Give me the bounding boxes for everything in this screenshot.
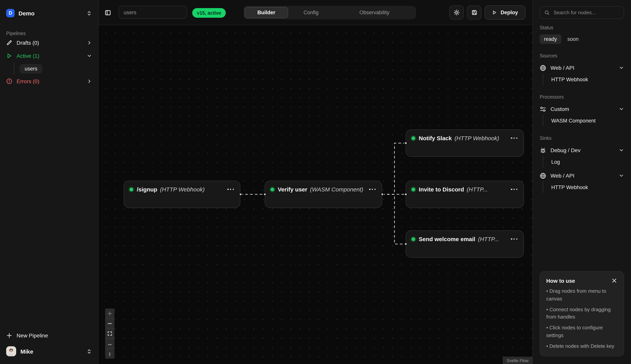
pencil-icon (6, 40, 12, 46)
handle-verify-in[interactable] (263, 192, 266, 196)
pipeline-name-input[interactable] (119, 6, 187, 19)
node-notify-slack[interactable]: Notify Slack (HTTP Webhook) (406, 130, 524, 157)
handle-verify-out[interactable] (380, 192, 384, 196)
tab-config[interactable]: Config (288, 7, 334, 18)
chevrons-up-down-icon (86, 348, 92, 354)
handle-notify-in[interactable] (404, 141, 408, 145)
palette-node-http-webhook-sink[interactable]: HTTP Webhook (551, 182, 624, 193)
node-type: (HTTP... (467, 186, 488, 192)
node-header: Send welcome email (HTTP... (412, 236, 518, 242)
search-icon (544, 10, 550, 15)
sinks-section-label: Sinks (540, 136, 624, 141)
node-menu-icon[interactable] (510, 136, 518, 140)
user-menu[interactable]: Mike (6, 342, 92, 360)
node-verify-user[interactable]: Verify user (WASM Component) (265, 181, 382, 208)
chevron-down-icon (87, 53, 92, 58)
close-icon[interactable] (611, 278, 618, 284)
processors-section-label: Processors (540, 94, 624, 100)
group-web-api-sinks[interactable]: Web / API (540, 170, 624, 182)
zoom-in-button[interactable] (105, 308, 114, 318)
globe-icon (540, 172, 546, 179)
node-title: Send welcome email (419, 236, 475, 242)
help-bullet: Click nodes to configure settings (546, 324, 618, 339)
chevron-right-icon (87, 78, 92, 84)
zoom-out-button[interactable] (105, 318, 114, 328)
toggle-sidebar-button[interactable] (102, 7, 113, 18)
tab-builder[interactable]: Builder (244, 7, 288, 18)
pipelines-section-label: Pipelines (6, 31, 92, 36)
drafts-label: Drafts (0) (16, 40, 39, 46)
tab-observability[interactable]: Observability (334, 7, 415, 18)
node-menu-icon[interactable] (368, 187, 376, 192)
settings-button[interactable] (449, 6, 464, 20)
node-signup[interactable]: /signup (HTTP Webhook) (124, 181, 240, 208)
node-type: (WASM Component) (310, 186, 363, 192)
group-web-api-sources[interactable]: Web / API (540, 62, 624, 74)
deploy-button[interactable]: Deploy (484, 6, 526, 20)
palette-node-log[interactable]: Log (551, 156, 624, 168)
group-debug-dev[interactable]: Debug / Dev (540, 144, 624, 156)
sidebar-item-drafts[interactable]: Drafts (0) (6, 36, 92, 49)
arrows-vertical-icon: ↕ (108, 350, 111, 357)
fit-view-icon (108, 331, 112, 336)
handle-signup-out[interactable] (239, 192, 242, 196)
plus-icon (108, 311, 112, 316)
play-icon (492, 10, 497, 15)
group-name: Debug / Dev (550, 147, 580, 153)
horizontal-fit-button[interactable]: ↔ (105, 338, 114, 348)
group-name: Web / API (550, 65, 574, 71)
edge-verify-send (382, 194, 406, 244)
handle-send-in[interactable] (404, 242, 408, 246)
canvas-controls: ↔ ↕ (105, 308, 114, 358)
errors-label: Errors (0) (16, 78, 39, 84)
edge-verify-notify (382, 143, 406, 194)
node-status-dot (130, 188, 133, 191)
active-pipeline-tree: users (14, 62, 92, 75)
group-name: Web / API (550, 172, 574, 179)
workspace-switcher[interactable]: D Demo (6, 6, 92, 21)
workspace-avatar: D (6, 9, 15, 17)
sidebar-item-errors[interactable]: Errors (0) (6, 75, 92, 88)
node-search[interactable] (540, 6, 624, 19)
handle-invite-in[interactable] (404, 192, 408, 196)
filter-ready[interactable]: ready (540, 34, 561, 44)
node-status-dot (412, 136, 415, 140)
group-items: HTTP Webhook (543, 182, 624, 193)
workspace-name: Demo (18, 10, 34, 16)
node-menu-icon[interactable] (510, 237, 518, 241)
sidebar-item-pipeline-users[interactable]: users (20, 64, 42, 74)
group-custom[interactable]: Custom (540, 103, 624, 115)
group-items: WASM Component (543, 115, 624, 126)
node-invite-discord[interactable]: Invite to Discord (HTTP... (406, 181, 524, 208)
status-filters: ready soon (540, 34, 624, 44)
save-button[interactable] (467, 6, 482, 20)
group-items: HTTP Webhook (543, 74, 624, 85)
fit-view-button[interactable] (105, 328, 114, 338)
node-send-welcome-email[interactable]: Send welcome email (HTTP... (406, 230, 524, 258)
node-type: (HTTP Webhook) (160, 186, 205, 192)
plus-icon (6, 332, 12, 338)
save-icon (471, 9, 478, 16)
user-name: Mike (20, 348, 33, 354)
filter-soon[interactable]: soon (568, 36, 579, 42)
node-status-dot (412, 188, 415, 191)
sources-section-label: Sources (540, 53, 624, 58)
vertical-fit-button[interactable]: ↕ (105, 348, 114, 358)
node-title: /signup (137, 186, 157, 192)
node-type: (HTTP... (478, 236, 499, 242)
view-tabs: Builder Config Observability (244, 6, 416, 19)
version-badge: v15, active (192, 8, 226, 18)
sidebar-item-active[interactable]: Active (1) (6, 49, 92, 62)
node-menu-icon[interactable] (510, 187, 518, 192)
svelte-flow-attribution[interactable]: Svelte Flow (503, 357, 532, 364)
new-pipeline-button[interactable]: New Pipeline (6, 328, 92, 342)
active-label: Active (1) (16, 53, 39, 59)
search-input[interactable] (553, 9, 620, 16)
palette-node-wasm-component[interactable]: WASM Component (551, 115, 624, 126)
node-title: Verify user (278, 186, 307, 192)
flow-canvas[interactable]: /signup (HTTP Webhook) Verify user (WASM… (98, 25, 532, 364)
play-icon (6, 53, 12, 59)
palette-node-http-webhook-source[interactable]: HTTP Webhook (551, 74, 624, 85)
chevron-down-icon (619, 173, 624, 178)
node-menu-icon[interactable] (227, 187, 234, 192)
